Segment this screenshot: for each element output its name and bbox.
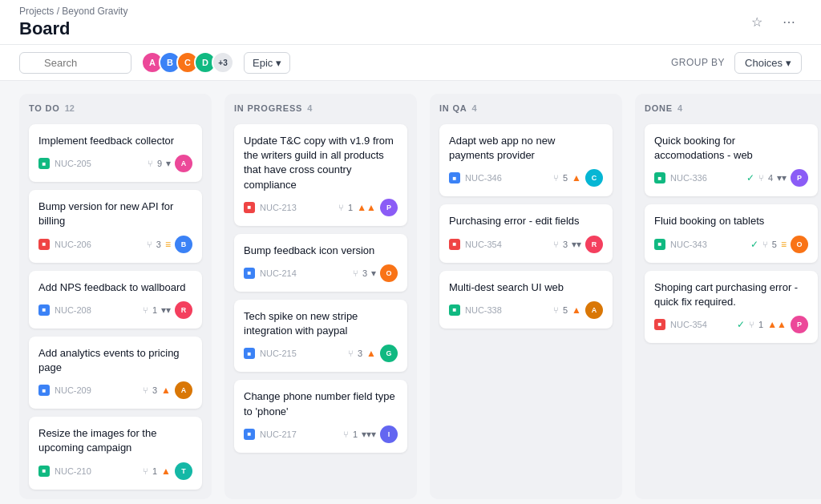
card-title: Quick booking for accomodations - web [654, 134, 808, 163]
card-title: Tech spike on new stripe integration wit… [244, 309, 398, 338]
branch-icon: ⑂ [143, 305, 148, 315]
card-num: 3 [156, 240, 161, 249]
column-header-todo: TO DO 12 [29, 103, 202, 113]
priority-low2-icon: ▾▾▾ [362, 429, 376, 440]
card-meta: ⑂ 3 ▲ G [348, 345, 398, 362]
card-num: 1 [152, 466, 157, 476]
column-header-done: DONE 4 [645, 103, 818, 113]
card-id: NUC-209 [55, 385, 91, 395]
branch-icon: ⑂ [758, 173, 764, 183]
tag-icon: ■ [449, 172, 460, 183]
card-inprogress-2[interactable]: Tech spike on new stripe integration wit… [234, 300, 407, 372]
card-footer: ■ NUC-210 ⑂ 1 ▲ T [38, 462, 192, 480]
card-id: NUC-205 [55, 159, 91, 168]
page-title: Board [19, 18, 127, 39]
card-num: 1 [152, 305, 157, 315]
branch-icon: ⑂ [148, 159, 153, 168]
tag-icon: ■ [654, 239, 665, 250]
tag-icon: ■ [449, 239, 460, 250]
card-inprogress-1[interactable]: Bump feedback icon version ■ NUC-214 ⑂ 3… [234, 234, 407, 292]
choices-label: Choices [745, 57, 783, 69]
more-button[interactable]: ⋯ [776, 10, 802, 35]
card-meta: ✓ ⑂ 1 ▲▲ P [737, 316, 808, 333]
card-meta: ⑂ 5 ▲ A [553, 301, 603, 319]
tag-icon: ■ [38, 239, 50, 250]
card-title: Resize the images for the upcoming campa… [38, 426, 192, 455]
card-todo-0[interactable]: Implement feedback collector ■ NUC-205 ⑂… [29, 124, 202, 182]
search-wrap: 🔍 [19, 52, 131, 74]
card-avatar: T [175, 462, 192, 480]
col-count-inqa: 4 [472, 103, 477, 113]
card-inprogress-0[interactable]: Update T&C copy with v1.9 from the write… [234, 124, 407, 226]
card-title: Add NPS feedback to wallboard [38, 280, 192, 295]
card-meta: ⑂ 1 ▾▾▾ I [343, 425, 398, 443]
card-done-1[interactable]: Fluid booking on tablets ■ NUC-343 ✓ ⑂ 5… [645, 204, 818, 262]
card-footer: ■ NUC-205 ⑂ 9 ▾ A [38, 155, 192, 172]
branch-icon: ⑂ [147, 240, 152, 249]
card-done-0[interactable]: Quick booking for accomodations - web ■ … [645, 124, 818, 196]
priority-high-icon: ▲ [572, 172, 581, 183]
group-by-label: GROUP BY [671, 57, 725, 68]
card-id: NUC-208 [55, 305, 91, 315]
header-actions: ☆ ⋯ [744, 10, 802, 35]
card-meta: ⑂ 1 ▲▲ P [338, 199, 398, 216]
card-inprogress-3[interactable]: Change phone number field type to 'phone… [234, 380, 407, 452]
card-footer: ■ NUC-215 ⑂ 3 ▲ G [244, 345, 398, 362]
card-id: NUC-213 [260, 203, 297, 212]
avatar-overflow[interactable]: +3 [212, 51, 234, 74]
col-count-done: 4 [677, 103, 682, 113]
card-title: Bump feedback icon version [244, 244, 398, 258]
card-id: NUC-346 [465, 173, 502, 183]
team-avatars[interactable]: A B C D +3 [141, 51, 234, 74]
card-todo-4[interactable]: Resize the images for the upcoming campa… [29, 417, 202, 489]
top-header: Projects / Beyond Gravity Board ☆ ⋯ [0, 0, 821, 45]
card-meta: ⑂ 1 ▾▾ R [143, 301, 192, 319]
epic-label: Epic [253, 57, 273, 69]
branch-icon: ⑂ [553, 173, 559, 183]
card-title: Shoping cart purchasing error - quick fi… [654, 280, 808, 309]
epic-filter-button[interactable]: Epic ▾ [244, 52, 290, 74]
card-avatar: A [175, 381, 192, 399]
card-id: NUC-215 [260, 349, 297, 358]
card-num: 3 [362, 268, 367, 278]
card-title: Bump version for new API for billing [38, 200, 192, 228]
card-id: NUC-338 [465, 305, 502, 315]
choices-button[interactable]: Choices ▾ [734, 52, 802, 74]
tag-icon: ■ [38, 304, 50, 316]
priority-high-icon: ▲ [161, 466, 171, 477]
card-title: Add analytics events to pricing page [38, 346, 192, 375]
card-inqa-1[interactable]: Purchasing error - edit fields ■ NUC-354… [439, 204, 613, 262]
star-button[interactable]: ☆ [744, 10, 770, 35]
card-todo-1[interactable]: Bump version for new API for billing ■ N… [29, 190, 202, 262]
card-id: NUC-217 [260, 429, 297, 439]
card-meta: ✓ ⑂ 5 ≡ O [750, 236, 808, 253]
priority-low-icon: ▾▾ [572, 239, 581, 250]
card-id: NUC-214 [260, 268, 297, 278]
card-num: 5 [563, 305, 568, 315]
card-meta: ⑂ 1 ▲ T [143, 462, 192, 480]
check-icon: ✓ [737, 319, 745, 330]
card-footer: ■ NUC-338 ⑂ 5 ▲ A [449, 301, 603, 319]
card-inqa-0[interactable]: Adapt web app no new payments provider ■… [439, 124, 613, 196]
tag-icon: ■ [38, 385, 50, 396]
card-avatar: O [380, 264, 398, 282]
card-todo-2[interactable]: Add NPS feedback to wallboard ■ NUC-208 … [29, 271, 202, 329]
col-title-done: DONE [645, 103, 673, 113]
column-done: DONE 4 Quick booking for accomodations -… [635, 94, 821, 499]
card-footer: ■ NUC-346 ⑂ 5 ▲ C [449, 169, 603, 187]
card-todo-3[interactable]: Add analytics events to pricing page ■ N… [29, 337, 202, 409]
check-icon: ✓ [746, 172, 754, 183]
card-avatar: C [585, 169, 603, 187]
tag-icon: ■ [244, 268, 255, 279]
priority-med-icon: ≡ [165, 239, 171, 250]
card-avatar: G [380, 345, 398, 362]
tag-icon: ■ [654, 172, 665, 183]
card-footer: ■ NUC-336 ✓ ⑂ 4 ▾▾ P [654, 169, 808, 187]
card-num: 3 [152, 385, 157, 395]
tag-icon: ■ [449, 304, 460, 316]
tag-icon: ■ [244, 429, 255, 440]
card-done-2[interactable]: Shoping cart purchasing error - quick fi… [645, 271, 818, 343]
search-input[interactable] [19, 52, 131, 74]
card-num: 1 [353, 429, 358, 439]
card-inqa-2[interactable]: Multi-dest search UI web ■ NUC-338 ⑂ 5 ▲… [439, 271, 613, 329]
